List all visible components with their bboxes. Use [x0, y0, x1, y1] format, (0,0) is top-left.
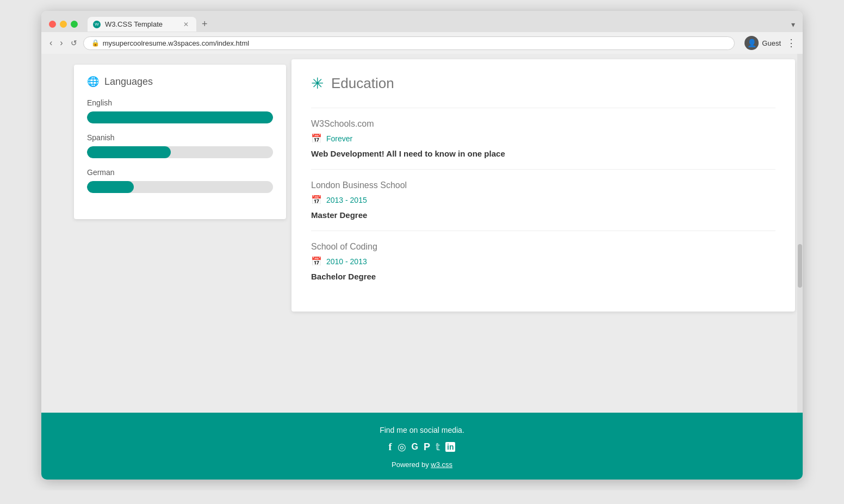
edu-date-text-w3schools: Forever — [326, 134, 352, 143]
edu-date-london: 📅 2013 - 2015 — [311, 195, 775, 205]
edu-degree-w3schools: Web Development! All I need to know in o… — [311, 149, 775, 158]
traffic-lights — [49, 21, 78, 28]
browser-window: W W3.CSS Template ✕ + ▾ ‹ › ↺ 🔒 mysuperc… — [41, 11, 803, 480]
tab-bar: W W3.CSS Template ✕ + ▾ — [88, 16, 795, 32]
scrollbar-thumb[interactable] — [798, 244, 802, 288]
google-icon[interactable]: G — [412, 442, 418, 452]
progress-bar-bg-spanish — [87, 146, 273, 158]
profile-area: 👤 Guest ⋮ — [744, 36, 796, 50]
languages-header: 🌐 Languages — [87, 76, 273, 88]
calendar-icon-w3schools: 📅 — [311, 133, 322, 144]
languages-title: Languages — [104, 76, 153, 88]
address-bar[interactable]: 🔒 mysupercoolresume.w3spaces.com/index.h… — [83, 36, 735, 50]
education-card: ✳ Education W3Schools.com 📅 Forever Web … — [291, 59, 795, 312]
progress-bar-fill-spanish — [87, 146, 171, 158]
close-tab-button[interactable]: ✕ — [183, 21, 189, 28]
url-text: mysupercoolresume.w3spaces.com/index.htm… — [103, 39, 727, 47]
close-button[interactable] — [49, 21, 56, 28]
school-name-coding: School of Coding — [311, 242, 775, 252]
tab-favicon: W — [93, 21, 101, 28]
calendar-icon-coding: 📅 — [311, 256, 322, 266]
active-tab[interactable]: W W3.CSS Template ✕ — [88, 17, 196, 32]
right-panel: ✳ Education W3Schools.com 📅 Forever Web … — [291, 59, 803, 413]
language-name-spanish: Spanish — [87, 133, 273, 142]
language-item-english: English — [87, 98, 273, 123]
edu-degree-coding: Bachelor Degree — [311, 272, 775, 281]
education-icon: ✳ — [311, 74, 324, 92]
footer-social-text: Find me on social media. — [41, 426, 803, 434]
education-title: Education — [331, 75, 394, 92]
new-tab-button[interactable]: + — [196, 16, 213, 32]
facebook-icon[interactable]: f — [389, 441, 392, 453]
education-header: ✳ Education — [311, 74, 775, 92]
edu-date-coding: 📅 2010 - 2013 — [311, 256, 775, 266]
minimize-button[interactable] — [60, 21, 67, 28]
browser-menu-button[interactable]: ⋮ — [786, 37, 796, 49]
education-item-coding: School of Coding 📅 2010 - 2013 Bachelor … — [311, 231, 775, 292]
calendar-icon-london: 📅 — [311, 195, 322, 205]
left-panel: 🌐 Languages English Spanish — [41, 59, 291, 413]
refresh-button[interactable]: ↺ — [69, 37, 79, 49]
forward-button[interactable]: › — [58, 36, 64, 49]
address-bar-row: ‹ › ↺ 🔒 mysupercoolresume.w3spaces.com/i… — [41, 32, 803, 54]
edu-date-text-coding: 2010 - 2013 — [326, 257, 367, 266]
twitter-icon[interactable]: 𝕥 — [436, 441, 440, 453]
footer-social-icons: f ◎ G P 𝕥 in — [41, 441, 803, 453]
progress-bar-fill-german — [87, 181, 134, 193]
progress-bar-bg-german — [87, 181, 273, 193]
languages-card: 🌐 Languages English Spanish — [74, 65, 286, 219]
back-button[interactable]: ‹ — [48, 36, 54, 49]
instagram-icon[interactable]: ◎ — [398, 441, 406, 453]
w3css-link[interactable]: w3.css — [431, 461, 452, 469]
pinterest-icon[interactable]: P — [424, 441, 430, 453]
globe-icon: 🌐 — [87, 76, 99, 88]
linkedin-icon[interactable]: in — [445, 442, 455, 452]
footer-powered: Powered by w3.css — [41, 461, 803, 469]
school-name-w3schools: W3Schools.com — [311, 119, 775, 129]
education-item-w3schools: W3Schools.com 📅 Forever Web Development!… — [311, 108, 775, 169]
scrollbar-track[interactable] — [797, 54, 803, 413]
page-content: 🌐 Languages English Spanish — [41, 54, 803, 413]
title-bar: W W3.CSS Template ✕ + ▾ — [41, 11, 803, 32]
edu-date-w3schools: 📅 Forever — [311, 133, 775, 144]
language-name-english: English — [87, 98, 273, 107]
tab-overflow-icon[interactable]: ▾ — [791, 20, 795, 29]
education-item-london: London Business School 📅 2013 - 2015 Mas… — [311, 169, 775, 231]
footer: Find me on social media. f ◎ G P 𝕥 in Po… — [41, 413, 803, 480]
language-item-spanish: Spanish — [87, 133, 273, 158]
language-item-german: German — [87, 168, 273, 193]
profile-name: Guest — [762, 39, 781, 47]
progress-bar-fill-english — [87, 111, 273, 123]
progress-bar-bg-english — [87, 111, 273, 123]
tab-title: W3.CSS Template — [105, 20, 163, 28]
edu-date-text-london: 2013 - 2015 — [326, 196, 367, 204]
edu-degree-london: Master Degree — [311, 210, 775, 220]
school-name-london: London Business School — [311, 181, 775, 190]
maximize-button[interactable] — [71, 21, 78, 28]
profile-avatar[interactable]: 👤 — [744, 36, 759, 50]
language-name-german: German — [87, 168, 273, 177]
lock-icon: 🔒 — [91, 39, 100, 47]
